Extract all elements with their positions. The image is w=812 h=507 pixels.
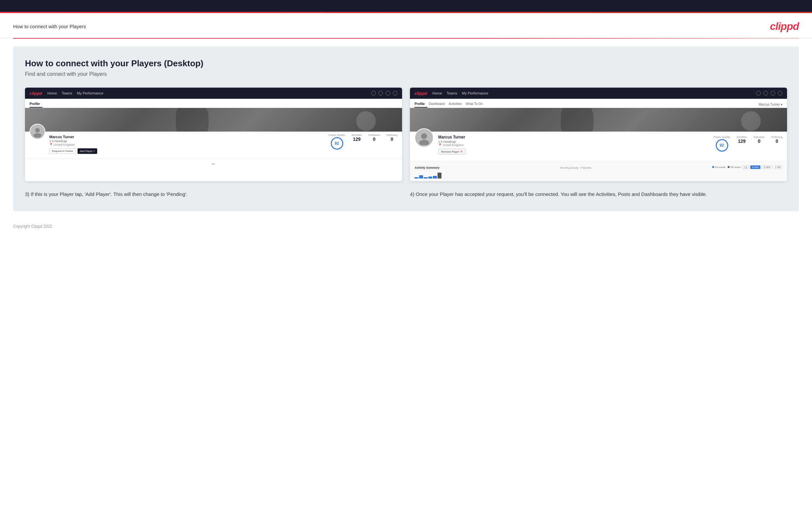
filter-1yr[interactable]: 1 yr	[742, 165, 749, 169]
left-avatar-wrap	[30, 124, 45, 139]
right-quality-label: Player Quality	[714, 135, 730, 138]
right-screenshot-card: clippd Home Teams My Performance Profile…	[410, 88, 787, 181]
right-activity-title: Activity Summary	[414, 166, 440, 169]
left-screenshot-card: clippd Home Teams My Performance Profile	[25, 88, 402, 181]
right-activity-legend: On course Off course	[712, 166, 741, 168]
right-nav-logo: clippd	[414, 91, 427, 96]
right-quality-value: 92	[720, 143, 724, 148]
right-stat-following-label: Following	[771, 135, 782, 138]
remove-player-close-icon: ✕	[460, 150, 463, 153]
right-mock-profile: Marcus Turner 1-5 Handicap 📍 United King…	[410, 131, 787, 161]
right-banner	[410, 108, 787, 131]
right-profile-country: 📍 United Kingdom	[438, 144, 709, 147]
left-user-icon[interactable]	[378, 91, 383, 96]
right-stats-section: Player Quality 92 Activities 129 Followe…	[714, 135, 782, 157]
right-quality-circle: 92	[716, 139, 728, 152]
right-mock-tabs: Profile Dashboard Activities What To On …	[410, 99, 787, 108]
remove-player-label: Remove Player	[441, 150, 459, 153]
left-mock-profile: Marcus Turner 1-5 Handicap 📍 United King…	[25, 131, 402, 158]
left-settings-icon[interactable]	[386, 91, 390, 96]
right-legend-offcourse: Off course	[727, 166, 741, 168]
right-profile-name: Marcus Turner	[438, 135, 709, 139]
right-profile-dropdown[interactable]: Marcus Turner ▾	[759, 101, 782, 108]
chart-bar-6	[438, 173, 442, 178]
right-tab-what-to-on[interactable]: What To On	[466, 101, 486, 108]
right-nav-teams[interactable]: Teams	[447, 91, 457, 95]
left-profile-right: Player Quality 92 Activities 129 Followe…	[329, 133, 398, 150]
right-quality-section: Player Quality 92	[714, 135, 730, 152]
right-stat-following-value: 0	[771, 138, 782, 144]
right-description: 4) Once your Player has accepted your re…	[410, 190, 787, 198]
right-activity-summary: Activity Summary Monthly Activity · 6 Mo…	[410, 161, 787, 181]
left-stat-following-value: 0	[386, 136, 398, 142]
left-nav-logo: clippd	[30, 91, 42, 96]
main-subtitle: Find and connect with your Players	[25, 71, 787, 77]
left-stat-activities-value: 129	[351, 136, 362, 142]
left-banner	[25, 108, 402, 131]
left-nav-performance[interactable]: My Performance	[77, 91, 103, 95]
filter-1mth[interactable]: 1 mth	[773, 165, 782, 169]
left-mock-nav: clippd Home Teams My Performance	[25, 88, 402, 99]
offcourse-dot	[727, 166, 729, 168]
right-stat-followers-value: 0	[754, 138, 765, 144]
left-stat-followers-value: 0	[368, 136, 380, 142]
left-quality-section: Player Quality 92	[329, 133, 345, 150]
left-bottom-area: ✂	[25, 158, 402, 170]
add-player-button[interactable]: Add Player +	[78, 148, 97, 154]
left-description-text: 3) If this is your Player tap, 'Add Play…	[25, 191, 188, 197]
remove-player-button[interactable]: Remove Player ✕	[438, 149, 466, 155]
right-tab-profile[interactable]: Profile	[414, 101, 427, 108]
right-activity-center: Monthly Activity · 6 Months	[560, 164, 592, 170]
right-nav-items: Home Teams My Performance	[432, 91, 751, 95]
left-tab-profile[interactable]: Profile	[30, 101, 42, 108]
left-nav-home[interactable]: Home	[47, 91, 57, 95]
right-stat-activities-value: 129	[737, 138, 747, 144]
chart-bar-2	[419, 175, 423, 178]
right-stat-activities: Activities 129	[737, 135, 747, 144]
left-quality-circle: 92	[331, 137, 343, 150]
right-profile-handicap: 1-5 Handicap	[438, 140, 709, 144]
chart-bar-3	[424, 177, 428, 178]
right-account-icon[interactable]	[778, 91, 782, 96]
right-tab-activities[interactable]: Activities	[449, 101, 464, 108]
main-content: How to connect with your Players (Deskto…	[13, 47, 799, 211]
page-header-title: How to connect with your Players	[13, 23, 86, 29]
left-stat-followers-label: Followers	[368, 133, 380, 136]
left-nav-icons	[371, 91, 398, 96]
left-nav-items: Home Teams My Performance	[47, 91, 366, 95]
svg-point-1	[34, 133, 41, 137]
right-stat-activities-label: Activities	[737, 135, 747, 138]
page-header: How to connect with your Players clippd	[0, 13, 812, 38]
right-nav-icons	[756, 91, 782, 96]
left-account-icon[interactable]	[393, 91, 398, 96]
right-stat-following: Following 0	[771, 135, 782, 144]
descriptions-row: 3) If this is your Player tap, 'Add Play…	[25, 190, 787, 198]
right-tab-dashboard[interactable]: Dashboard	[429, 101, 447, 108]
right-chart-area	[414, 172, 782, 178]
left-description: 3) If this is your Player tap, 'Add Play…	[25, 190, 402, 198]
svg-point-3	[419, 140, 429, 145]
svg-point-0	[35, 128, 40, 132]
right-nav-performance[interactable]: My Performance	[462, 91, 489, 95]
right-mock-nav: clippd Home Teams My Performance	[410, 88, 787, 99]
left-avatar	[30, 124, 45, 139]
right-activity-filters: On course Off course 1 yr 6 mths 3 mths …	[712, 165, 782, 169]
right-user-icon[interactable]	[763, 91, 768, 96]
page-footer: Copyright Clippd 2022	[0, 219, 812, 234]
filter-6mths[interactable]: 6 mths	[750, 165, 760, 169]
left-nav-teams[interactable]: Teams	[62, 91, 72, 95]
right-nav-home[interactable]: Home	[432, 91, 442, 95]
left-stat-activities-label: Activities	[351, 133, 362, 136]
svg-point-2	[421, 133, 427, 139]
chart-bar-5	[433, 176, 437, 178]
left-mock-tabs: Profile	[25, 99, 402, 108]
filter-3mths[interactable]: 3 mths	[762, 165, 772, 169]
scissors-icon: ✂	[211, 161, 215, 167]
top-bar	[0, 0, 812, 12]
right-stat-followers: Followers 0	[754, 135, 765, 144]
left-search-icon[interactable]	[371, 91, 376, 96]
request-to-follow-button[interactable]: Request to Follow	[49, 148, 75, 154]
right-settings-icon[interactable]	[771, 91, 775, 96]
right-search-icon[interactable]	[756, 91, 761, 96]
left-stat-followers: Followers 0	[368, 133, 380, 150]
